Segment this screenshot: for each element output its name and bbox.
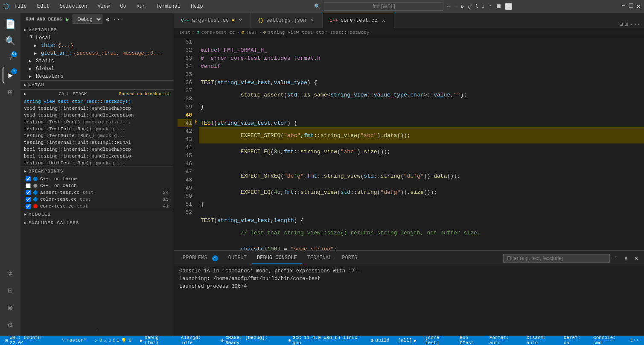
gtest-variable[interactable]: ▶ gtest_ar_: {success_:true, message_:0.… <box>20 50 174 57</box>
menu-help[interactable]: Help <box>189 3 205 10</box>
bp-core-test[interactable]: core-test.cc test 41 <box>20 203 174 210</box>
tab-core-test[interactable]: C++ core-test.cc ✕ <box>323 13 394 28</box>
status-cmake[interactable]: ⚙ CMake: [Debug]: Ready <box>219 335 281 345</box>
status-build-all[interactable]: [all] ▶ <box>396 338 418 343</box>
variables-title[interactable]: ▶ VARIABLES <box>20 26 174 34</box>
status-errors[interactable]: ✕ 0 ⚠ 0 ℹ 1 💡 0 <box>93 338 133 343</box>
call-stack-item-7[interactable]: bool testing::internal::HandleSehExcep <box>20 146 174 153</box>
bp-cpp-throw[interactable]: C++: on throw <box>20 175 174 182</box>
menu-selection[interactable]: Selection <box>58 3 89 10</box>
breadcrumb-file[interactable]: ⊕ <box>197 29 200 35</box>
static-group[interactable]: ▶ Static <box>20 57 174 65</box>
debug-restart-icon[interactable]: ↺ <box>468 3 471 10</box>
tab-settings[interactable]: {} settings.json ✕ <box>251 13 323 28</box>
menu-file[interactable]: File <box>13 3 29 10</box>
maximize-icon[interactable]: □ <box>629 2 633 11</box>
code-content[interactable]: #ifdef FMT_FORMAT_H_ # error core-test i… <box>195 37 644 250</box>
panel-tab-terminal[interactable]: TERMINAL <box>302 252 337 264</box>
minimize-icon[interactable]: − <box>621 2 626 11</box>
more-options-icon[interactable]: ··· <box>113 16 124 23</box>
call-stack-item-6[interactable]: testing::internal::UnitTestImpl::RunAl <box>20 139 174 146</box>
panel-collapse-icon[interactable]: ∧ <box>622 254 630 263</box>
tab-args-close[interactable]: ✕ <box>237 17 244 24</box>
activity-search[interactable]: 🔍 <box>3 33 18 49</box>
menu-view[interactable]: View <box>96 3 111 10</box>
local-group[interactable]: ▶ Local <box>20 34 174 42</box>
debug-stop-icon[interactable]: ⏹ <box>495 3 501 10</box>
panel-list-view-icon[interactable]: ≡ <box>612 254 620 263</box>
panel-tab-output[interactable]: OUTPUT <box>223 252 252 264</box>
debug-run-icon[interactable]: ⊳ <box>461 3 464 10</box>
watch-title[interactable]: ▶ WATCH <box>20 81 174 89</box>
call-stack-arrow[interactable]: ▶ <box>24 91 26 96</box>
bp-assert-checkbox[interactable] <box>26 190 31 195</box>
more-actions-icon[interactable]: ··· <box>630 21 641 28</box>
excluded-callers-section[interactable]: ▶ EXCLUDED CALLERS <box>20 219 174 227</box>
close-icon[interactable]: ✕ <box>636 2 641 11</box>
tab-args-test[interactable]: C++ args-test.cc ● ✕ <box>174 13 251 28</box>
bp-core-checkbox[interactable] <box>26 204 31 209</box>
filter-input[interactable] <box>503 254 610 263</box>
breadcrumb-func-label[interactable]: string_view_test_ctor_Test::TestBody <box>268 30 370 35</box>
breadcrumb-file-label[interactable]: core-test.cc <box>201 30 235 35</box>
activity-run-debug[interactable]: ▶ 1 <box>3 67 18 83</box>
status-core-test[interactable]: [core-test] <box>423 335 455 345</box>
nav-back-icon[interactable]: ← <box>447 3 450 10</box>
status-format[interactable]: Format: auto <box>488 335 522 345</box>
call-stack-item-1[interactable]: void testing::internal::HandleSehExcep <box>20 105 174 112</box>
status-language[interactable]: C++ <box>629 335 641 345</box>
bp-throw-checkbox[interactable] <box>26 176 31 181</box>
activity-accounts[interactable]: ◉ <box>3 300 18 315</box>
panel-tab-ports[interactable]: PORTS <box>337 252 362 264</box>
gear-icon[interactable]: ⚙ <box>106 16 109 23</box>
editor-layout-icon[interactable]: ⊞ <box>624 20 628 28</box>
bp-color-checkbox[interactable] <box>26 197 31 202</box>
bp-cpp-catch[interactable]: C++: on catch <box>20 182 174 189</box>
activity-remote[interactable]: ⊡ <box>3 283 18 298</box>
bp-color-test[interactable]: color-test.cc test 15 <box>20 196 174 203</box>
activity-source-control[interactable]: ⑂ 51 <box>3 50 18 66</box>
status-wsl[interactable]: ⊡ WSL: Ubuntu-22.04 <box>3 335 55 345</box>
global-group[interactable]: ▶ Global <box>20 65 174 73</box>
activity-extensions[interactable]: ⊞ <box>3 85 18 100</box>
menu-edit[interactable]: Edit <box>35 3 51 10</box>
status-debugger[interactable]: ▶ Debug (fmt) <box>138 335 175 345</box>
status-gcc[interactable]: ⚙ GCC 11.4.0 x86_64-linux-gnu <box>286 335 364 345</box>
panel-tab-debug-console[interactable]: DEBUG CONSOLE <box>252 252 302 264</box>
activity-settings[interactable]: ⚙ <box>3 317 18 332</box>
bp-catch-checkbox[interactable] <box>26 183 31 188</box>
registers-group[interactable]: ▶ Registers <box>20 73 174 80</box>
status-clangd[interactable]: clangd: idle <box>180 335 214 345</box>
this-variable[interactable]: ▶ this: {...} <box>20 42 174 50</box>
bp-assert-test[interactable]: assert-test.cc test 24 <box>20 189 174 196</box>
search-bar[interactable] <box>324 2 443 11</box>
modules-section[interactable]: ▶ MODULES <box>20 210 174 219</box>
menu-go[interactable]: Go <box>118 3 128 10</box>
status-build[interactable]: ⚙ Build <box>369 338 391 343</box>
debug-config-dropdown[interactable]: Debug <box>73 15 102 24</box>
call-stack-item-8[interactable]: bool testing::internal::HandleExceptio <box>20 153 174 160</box>
tab-settings-close[interactable]: ✕ <box>309 17 315 24</box>
debug-step-out-icon[interactable]: ↑ <box>488 3 492 10</box>
debug-layout-icon[interactable]: ⬜ <box>505 3 512 10</box>
debug-step-over-icon[interactable]: ⤵ <box>475 3 478 10</box>
nav-forward-icon[interactable]: → <box>454 3 458 10</box>
status-deref[interactable]: Deref: on <box>562 335 588 345</box>
breakpoints-title[interactable]: ▶ BREAKPOINTS <box>20 167 174 175</box>
menu-terminal[interactable]: Terminal <box>154 3 182 10</box>
activity-explorer[interactable]: 📄 <box>3 16 18 32</box>
debug-step-into-icon[interactable]: ↓ <box>481 3 485 10</box>
split-editor-icon[interactable]: ⊡ <box>619 20 623 28</box>
menu-run[interactable]: Run <box>135 3 148 10</box>
call-stack-item-9[interactable]: testing::UnitTest::Run() gmock-gt... <box>20 160 174 167</box>
call-stack-item-2[interactable]: void testing::internal::HandleException <box>20 112 174 119</box>
call-stack-item-4[interactable]: testing::TestInfo::Run() gmock-gt... <box>20 126 174 132</box>
status-console[interactable]: Console: cmd <box>592 335 625 345</box>
call-stack-item-5[interactable]: testing::TestSuite::Run() gmock-g... <box>20 132 174 139</box>
breadcrumb-test[interactable]: test <box>179 30 190 35</box>
status-run-ctest[interactable]: Run CTest <box>458 335 484 345</box>
status-git[interactable]: ⑂ master* <box>60 338 88 343</box>
sidebar-resize-handle[interactable]: ⋯ <box>20 326 174 336</box>
run-icon-small[interactable]: ▶ <box>66 16 69 23</box>
panel-close-icon[interactable]: ✕ <box>632 254 641 263</box>
